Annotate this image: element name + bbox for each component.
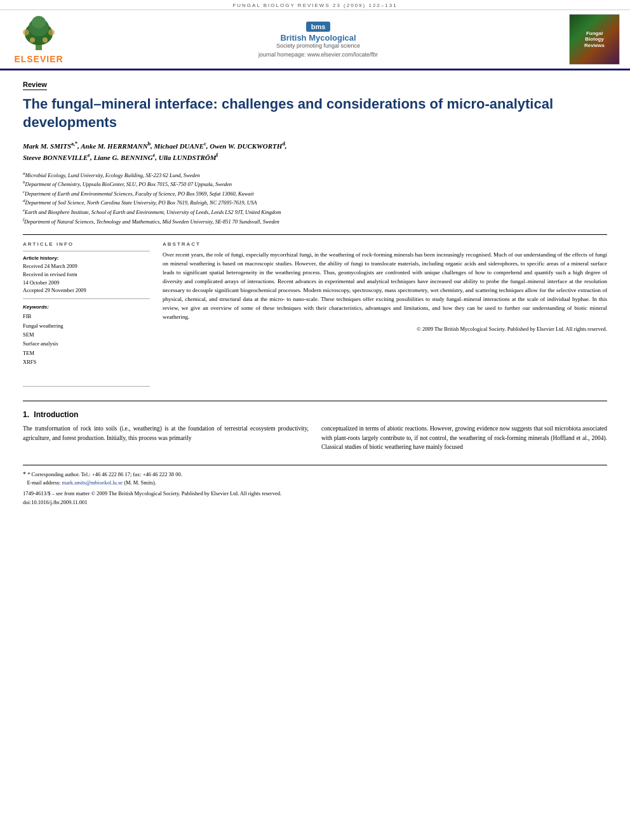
separator-2 <box>23 401 607 401</box>
issn-line: 1749-4613/$ – see front matter © 2009 Th… <box>23 490 607 498</box>
journal-header-bar: FUNGAL BIOLOGY REVIEWS 23 (2009) 122–131 <box>0 0 630 10</box>
affil-c: cDepartment of Earth and Environmental S… <box>23 189 607 198</box>
author-4: Owen W. DUCKWORTH <box>210 142 282 150</box>
abstract-col: ABSTRACT Over recent years, the role of … <box>163 241 607 390</box>
keyword-3: SEM <box>23 330 150 339</box>
info-divider-1 <box>23 251 150 251</box>
affil-b: bDepartment of Chemistry, Uppsala BioCen… <box>23 179 607 189</box>
author-2: Anke M. HERRMANN <box>81 142 147 150</box>
email-link[interactable]: mark.smits@mbioekol.lu.se <box>62 479 123 486</box>
keywords-label: Keywords: <box>23 304 150 310</box>
author-2-affil: b <box>148 141 151 147</box>
email-suffix: (M. M. Smits). <box>124 479 156 486</box>
corresp-text: * Corresponding author. Tel.: +46 46 222… <box>27 471 182 477</box>
author-1: Mark M. SMITS <box>23 142 71 150</box>
article-title: The fungal–mineral interface: challenges… <box>23 95 607 131</box>
svg-point-4 <box>23 29 29 36</box>
intro-body-columns: The transformation of rock into soils (i… <box>23 424 607 452</box>
introduction-section: 1. Introduction The transformation of ro… <box>23 410 607 452</box>
elsevier-tree-icon <box>13 15 64 53</box>
author-3: Michael DUANE <box>154 142 204 150</box>
affil-e: eEarth and Biosphere Institute, School o… <box>23 207 607 217</box>
article-info-label: ARTICLE INFO <box>23 241 150 247</box>
keyword-1: FIB <box>23 312 150 321</box>
svg-point-3 <box>32 16 46 29</box>
corresp-star-icon: * <box>23 470 26 477</box>
received-date: Received 24 March 2009 <box>23 262 150 270</box>
author-5-affil: e <box>88 152 90 158</box>
authors-line: Mark M. SMITSa,*, Anke M. HERRMANNb, Mic… <box>23 140 607 164</box>
logos-row: ELSEVIER bms British Mycological Society… <box>0 10 630 70</box>
society-name: British Mycological <box>67 33 569 43</box>
author-7-affil: f <box>216 152 218 158</box>
revised-date: Received in revised form 14 October 2009 <box>23 270 150 287</box>
intro-section-title: 1. Introduction <box>23 410 607 419</box>
history-label: Article history: <box>23 255 150 261</box>
journal-cover-text: Fungal Biology Reviews <box>584 30 605 49</box>
keyword-4: Surface analysis <box>23 339 150 348</box>
abstract-label: ABSTRACT <box>163 241 607 247</box>
svg-point-6 <box>30 37 35 43</box>
author-3-affil: c <box>204 141 206 147</box>
author-4-affil: d <box>282 141 285 147</box>
separator-1 <box>23 234 607 235</box>
author-5: Steeve BONNEVILLE <box>23 154 88 161</box>
keyword-6: XRFS <box>23 357 150 366</box>
author-6: Liane G. BENNING <box>93 154 152 161</box>
keyword-2: Fungal weathering <box>23 321 150 330</box>
svg-point-5 <box>48 29 55 36</box>
email-note: E-mail address: mark.smits@mbioekol.lu.s… <box>23 479 607 487</box>
svg-point-7 <box>43 37 48 43</box>
affil-a: aMicrobial Ecology, Lund University, Eco… <box>23 170 607 180</box>
elsevier-wordmark: ELSEVIER <box>14 54 63 64</box>
author-7: Ulla LUNDSTRÖM <box>159 154 217 161</box>
author-1-affil: a,* <box>71 141 77 147</box>
email-label: E-mail address: <box>27 479 60 486</box>
intro-title-text: Introduction <box>34 410 78 419</box>
intro-right-col: conceptualized in terms of abiotic react… <box>321 424 607 452</box>
society-tagline: Society promoting fungal science <box>67 43 569 49</box>
abstract-text: Over recent years, the role of fungi, es… <box>163 251 607 322</box>
article-content: Review The fungal–mineral interface: cha… <box>0 70 630 517</box>
intro-left-col: The transformation of rock into soils (i… <box>23 424 309 452</box>
section-type-label: Review <box>23 81 47 90</box>
info-divider-3 <box>23 386 150 387</box>
elsevier-logo: ELSEVIER <box>10 15 67 64</box>
affil-d: dDepartment of Soil Science, North Carol… <box>23 197 607 207</box>
accepted-date: Accepted 29 November 2009 <box>23 286 150 295</box>
center-logo-area: bms British Mycological Society promotin… <box>67 22 569 58</box>
keyword-5: TEM <box>23 349 150 357</box>
article-info-col: ARTICLE INFO Article history: Received 2… <box>23 241 150 390</box>
info-divider-2 <box>23 298 150 299</box>
affiliations-block: aMicrobial Ecology, Lund University, Eco… <box>23 170 607 225</box>
author-6-affil: e <box>153 152 156 158</box>
corresponding-author-note: * * Corresponding author. Tel.: +46 46 2… <box>23 469 607 479</box>
bms-badge: bms <box>306 22 331 32</box>
affil-f: fDepartment of Natural Sciences, Technol… <box>23 217 607 226</box>
intro-number: 1. <box>23 410 29 419</box>
journal-url: journal homepage: www.elsevier.com/locat… <box>67 51 569 58</box>
abstract-copyright: © 2009 The British Mycological Society. … <box>163 326 607 332</box>
journal-cover-image: Fungal Biology Reviews <box>569 14 620 65</box>
journal-citation: FUNGAL BIOLOGY REVIEWS 23 (2009) 122–131 <box>232 3 397 8</box>
doi-line: doi:10.1016/j.fbr.2009.11.001 <box>23 498 607 507</box>
info-abstract-row: ARTICLE INFO Article history: Received 2… <box>23 241 607 390</box>
footnotes-area: * * Corresponding author. Tel.: +46 46 2… <box>23 465 607 507</box>
